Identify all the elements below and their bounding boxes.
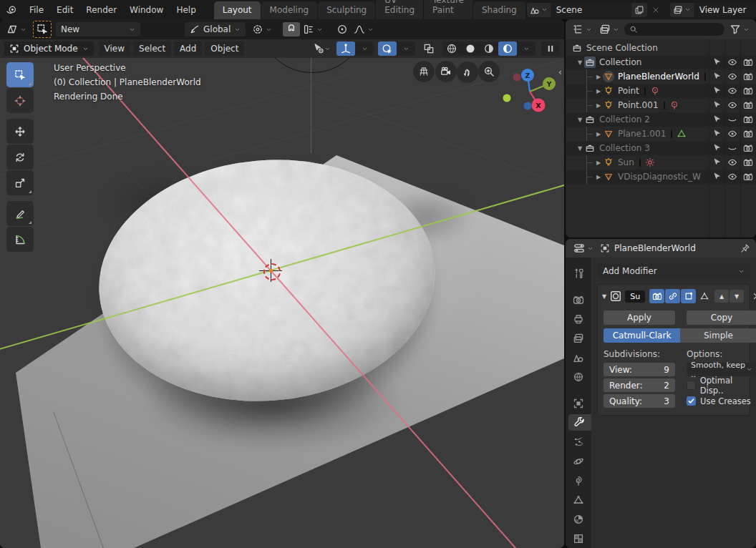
outliner-row[interactable]: ▶VDispDiagnostic_World xyxy=(566,170,756,184)
expander-arrow[interactable]: ▶ xyxy=(594,131,603,137)
shading-rendered-button[interactable] xyxy=(498,41,517,56)
expander-arrow[interactable]: ▼ xyxy=(576,117,584,123)
render-toggle[interactable] xyxy=(649,289,664,303)
tab-tool[interactable] xyxy=(566,265,591,281)
tool-scale[interactable] xyxy=(6,170,34,195)
modifier-name-field[interactable]: Su xyxy=(625,290,645,303)
search-input[interactable] xyxy=(641,24,687,34)
selectable-toggle[interactable] xyxy=(709,141,724,155)
subdivision-view-field[interactable]: View:9 xyxy=(604,363,675,376)
viewport-menu-view[interactable]: View xyxy=(99,41,130,56)
expander-arrow[interactable]: ▼ xyxy=(576,145,584,152)
outliner-row[interactable]: ▶Sun xyxy=(566,155,756,170)
copy-button[interactable]: Copy xyxy=(687,310,756,325)
menu-render[interactable]: Render xyxy=(79,3,123,17)
unlink-scene-button[interactable] xyxy=(649,3,663,17)
outliner-row[interactable]: ▼Collection xyxy=(566,55,756,69)
pin-icon[interactable] xyxy=(740,243,750,253)
on-cage-toggle[interactable] xyxy=(697,289,712,303)
viewport-menu-object[interactable]: Object xyxy=(205,41,244,56)
selectable-toggle[interactable] xyxy=(709,155,724,170)
checkbox-optimal-disp-[interactable] xyxy=(687,381,696,390)
selectability-dropdown[interactable] xyxy=(311,41,332,56)
shading-solid-button[interactable] xyxy=(461,41,480,56)
render-toggle[interactable] xyxy=(740,98,756,112)
selectable-toggle[interactable] xyxy=(709,127,724,141)
render-toggle[interactable] xyxy=(740,170,756,184)
gizmos-dropdown[interactable] xyxy=(355,41,374,56)
workspace-tab-modeling[interactable]: Modeling xyxy=(261,1,318,19)
tab-output[interactable] xyxy=(566,310,591,327)
sidebar-toggle[interactable]: ‹ xyxy=(557,65,563,79)
tool-select-box[interactable] xyxy=(6,62,34,87)
menu-file[interactable]: File xyxy=(23,3,50,17)
selectable-toggle[interactable] xyxy=(709,98,724,112)
shading-dropdown[interactable] xyxy=(517,41,536,56)
visibility-toggle[interactable] xyxy=(724,127,740,141)
expander-arrow[interactable]: ▼ xyxy=(576,59,584,66)
render-toggle[interactable] xyxy=(740,69,756,84)
gizmos-toggle[interactable] xyxy=(336,41,355,56)
shading-material-button[interactable] xyxy=(480,41,498,56)
visibility-toggle[interactable] xyxy=(724,84,740,98)
edit-mode-toggle[interactable] xyxy=(681,289,696,303)
new-scene-button[interactable] xyxy=(631,3,647,17)
tool-move[interactable] xyxy=(6,119,34,144)
xray-toggle[interactable] xyxy=(420,41,438,56)
expander-arrow[interactable]: ▶ xyxy=(594,102,603,109)
subdivision-quality-field[interactable]: Quality:3 xyxy=(604,394,675,408)
properties-editor-type-button[interactable] xyxy=(571,241,596,255)
outliner-row[interactable]: ▼Collection 3 xyxy=(566,141,756,155)
expander-arrow[interactable]: ▶ xyxy=(594,160,603,166)
tool-cursor[interactable] xyxy=(6,88,34,113)
tab-particles[interactable] xyxy=(566,434,591,450)
uv-smooth-dropdown[interactable]: Smooth, keep .. xyxy=(687,363,756,376)
selectable-toggle[interactable] xyxy=(709,84,724,98)
overlays-toggle[interactable] xyxy=(378,41,397,56)
view-layer-name[interactable]: View Layer xyxy=(694,3,756,17)
render-toggle[interactable] xyxy=(740,127,756,141)
workspace-tab-layout[interactable]: Layout xyxy=(214,1,261,19)
viewport-display-toggle[interactable] xyxy=(665,289,680,303)
viewport-menu-add[interactable]: Add xyxy=(174,41,202,56)
proportional-edit-toggle[interactable] xyxy=(334,22,351,36)
tab-physics[interactable] xyxy=(566,453,591,469)
visibility-toggle[interactable] xyxy=(724,170,740,184)
outliner-editor-type-button[interactable] xyxy=(570,22,594,36)
scene-selector[interactable]: Scene xyxy=(527,3,664,17)
pan-button[interactable] xyxy=(457,62,478,83)
orthographic-grid-button[interactable] xyxy=(413,61,435,82)
selectable-toggle[interactable] xyxy=(709,112,724,127)
selectable-toggle[interactable] xyxy=(709,55,724,69)
render-toggle[interactable] xyxy=(740,84,756,98)
move-modifier-up-button[interactable]: ▲ xyxy=(714,290,729,303)
expander-arrow[interactable]: ▶ xyxy=(594,174,603,180)
workspace-tab-texture-paint[interactable]: Texture Paint xyxy=(424,0,472,19)
visibility-toggle[interactable] xyxy=(724,141,740,155)
simple-button[interactable]: Simple xyxy=(680,328,756,343)
visibility-toggle[interactable] xyxy=(724,55,740,69)
viewport-menu-select[interactable]: Select xyxy=(133,41,171,56)
catmull-clark-button[interactable]: Catmull-Clark xyxy=(604,328,680,343)
blender-logo-icon[interactable] xyxy=(6,4,17,16)
tab-render[interactable] xyxy=(566,291,591,308)
tab-world[interactable] xyxy=(566,368,591,385)
menu-help[interactable]: Help xyxy=(170,3,202,17)
visibility-toggle[interactable] xyxy=(724,155,740,170)
snap-settings-dropdown[interactable] xyxy=(301,22,325,36)
editor-type-button[interactable] xyxy=(4,22,29,36)
outliner-row[interactable]: ▶PlaneBlenderWorld xyxy=(566,69,756,84)
scene-name[interactable]: Scene xyxy=(551,3,631,17)
checkbox-use-creases[interactable] xyxy=(687,396,696,406)
expander-arrow[interactable]: ▶ xyxy=(594,74,603,80)
selectable-toggle[interactable] xyxy=(709,69,724,84)
select-mode-dropdown[interactable]: New xyxy=(56,22,140,36)
overlays-dropdown[interactable] xyxy=(397,41,415,56)
viewport-canvas[interactable]: User Perspective (0) Collection | PlaneB… xyxy=(0,58,564,548)
outliner-row[interactable]: ▶Plane1.001 xyxy=(566,127,756,141)
render-toggle[interactable] xyxy=(740,55,756,69)
menu-window[interactable]: Window xyxy=(123,3,170,17)
pause-render-button[interactable] xyxy=(541,41,560,56)
orientation-dropdown[interactable]: Global xyxy=(185,22,246,36)
outliner-row[interactable]: ▼Collection 2 xyxy=(566,112,756,127)
